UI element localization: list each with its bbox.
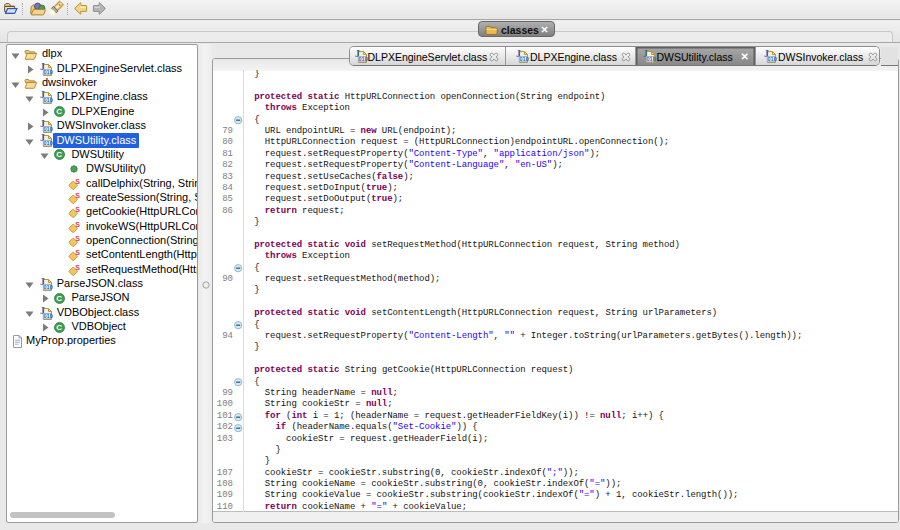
svg-text:C: C: [57, 323, 63, 332]
svg-text:010: 010: [43, 126, 52, 132]
svg-text:010: 010: [358, 56, 367, 62]
svg-text:C: C: [57, 151, 63, 160]
svg-text:S: S: [75, 235, 80, 242]
svg-text:010: 010: [43, 140, 52, 146]
svg-text:010: 010: [43, 284, 52, 290]
svg-text:S: S: [75, 192, 80, 199]
svg-text:010: 010: [43, 69, 52, 75]
svg-text:010: 010: [646, 56, 655, 62]
svg-text:010: 010: [43, 97, 52, 103]
svg-text:C: C: [57, 108, 63, 117]
svg-text:S: S: [75, 178, 80, 185]
svg-text:S: S: [75, 221, 80, 228]
svg-text:C: C: [57, 294, 63, 303]
svg-text:S: S: [75, 206, 80, 213]
svg-text:010: 010: [43, 313, 52, 319]
svg-text:S: S: [75, 264, 80, 271]
svg-text:S: S: [75, 249, 80, 256]
svg-text:010: 010: [768, 56, 777, 62]
svg-text:010: 010: [520, 56, 529, 62]
